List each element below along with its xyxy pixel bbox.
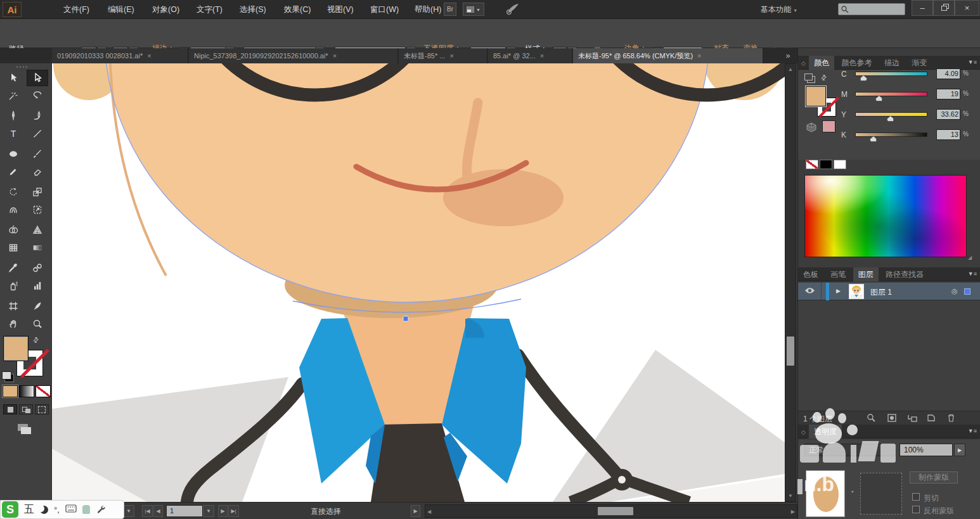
color-spectrum[interactable] bbox=[804, 175, 967, 257]
tab-color[interactable]: 颜色 bbox=[809, 56, 834, 70]
scroll-up-icon[interactable]: ▲ bbox=[785, 67, 796, 72]
vertical-scroll-thumb[interactable] bbox=[787, 336, 794, 366]
swap-colors-icon[interactable]: ⇄ bbox=[819, 73, 829, 83]
width-tool[interactable] bbox=[3, 202, 24, 218]
slider-k-thumb[interactable] bbox=[870, 136, 877, 142]
panel-collapse-icon[interactable]: ◇ bbox=[798, 429, 807, 435]
panel-menu-icon[interactable]: ▼≡ bbox=[968, 271, 977, 277]
out-of-gamut-cube-icon[interactable] bbox=[806, 122, 817, 135]
gradient-mode-button[interactable] bbox=[19, 385, 34, 397]
slider-k[interactable] bbox=[855, 132, 927, 137]
ime-wrench-icon[interactable] bbox=[96, 504, 105, 515]
artboard-number-input[interactable]: 1 bbox=[166, 505, 203, 517]
delete-layer-icon[interactable] bbox=[946, 413, 956, 425]
ime-punctuation-button[interactable]: °, bbox=[54, 505, 60, 515]
fill-color-box[interactable] bbox=[3, 336, 29, 361]
ime-toolbar[interactable]: S 五 °, bbox=[0, 500, 124, 519]
menu-object[interactable]: 对象(O) bbox=[145, 0, 187, 19]
tab-close-icon[interactable]: × bbox=[147, 52, 151, 60]
scroll-left-icon[interactable]: ◀ bbox=[427, 509, 431, 515]
eyedropper-tool[interactable] bbox=[3, 260, 24, 276]
new-sublayer-icon[interactable] bbox=[907, 413, 917, 425]
zoom-dropdown[interactable]: ▼ bbox=[123, 505, 134, 517]
slider-c[interactable] bbox=[855, 72, 927, 76]
ime-mode-button[interactable]: 五 bbox=[24, 503, 34, 516]
scroll-right-icon[interactable]: ▶ bbox=[791, 509, 795, 515]
pen-tool[interactable] bbox=[3, 108, 24, 124]
paintbrush-tool[interactable] bbox=[27, 146, 48, 162]
value-m[interactable]: 19 bbox=[936, 89, 960, 99]
vertical-scrollbar[interactable]: ▲ ▼ bbox=[785, 63, 796, 502]
mesh-tool[interactable] bbox=[3, 240, 24, 256]
slice-tool[interactable] bbox=[27, 298, 48, 314]
tab-color-guide[interactable]: 颜色参考 bbox=[837, 56, 877, 70]
menu-type[interactable]: 文字(T) bbox=[189, 0, 230, 19]
menu-select[interactable]: 选择(S) bbox=[232, 0, 274, 19]
tab-close-icon[interactable]: × bbox=[449, 52, 453, 60]
blend-mode-select[interactable]: 正常 bbox=[804, 444, 896, 456]
panel-drag-handle[interactable]: ▪▪▪▪ bbox=[16, 64, 29, 70]
document-tab[interactable]: 019092010333 0028031.ai*× bbox=[52, 48, 188, 63]
line-segment-tool[interactable] bbox=[27, 125, 48, 142]
ime-keyboard-icon[interactable] bbox=[65, 504, 77, 515]
lasso-tool[interactable] bbox=[27, 87, 48, 104]
swap-fill-stroke-icon[interactable]: ⇄ bbox=[31, 335, 41, 345]
curvature-pen-tool[interactable] bbox=[27, 108, 48, 124]
search-input[interactable] bbox=[838, 3, 905, 15]
layer-expand-arrow[interactable]: ▶ bbox=[836, 288, 841, 294]
slider-m[interactable] bbox=[855, 92, 927, 96]
menu-help[interactable]: 帮助(H) bbox=[407, 0, 449, 19]
tab-close-icon[interactable]: × bbox=[697, 52, 701, 60]
draw-normal-button[interactable] bbox=[3, 404, 17, 414]
magic-wand-tool[interactable] bbox=[3, 87, 24, 104]
first-artboard-icon[interactable]: |◀ bbox=[142, 505, 153, 517]
clipping-mask-icon[interactable] bbox=[887, 413, 897, 425]
blob-brush-tool[interactable] bbox=[27, 163, 48, 180]
horizontal-scroll-thumb[interactable] bbox=[598, 507, 633, 515]
mask-thumbnail-placeholder[interactable] bbox=[860, 473, 902, 515]
document-tab[interactable]: Nipic_537398_20190929202152610000.ai*× bbox=[189, 48, 398, 63]
selection-tool[interactable] bbox=[3, 70, 24, 86]
menu-edit[interactable]: 编辑(E) bbox=[100, 0, 142, 19]
artboard-canvas[interactable] bbox=[52, 63, 785, 502]
make-mask-button[interactable]: 制作蒙版 bbox=[910, 471, 958, 484]
transparency-opacity-input[interactable]: 100% bbox=[899, 444, 953, 456]
document-tab-active[interactable]: 未标题-95* @ 658.64% (CMYK/预览)× bbox=[573, 48, 763, 63]
tab-overflow-button[interactable]: » bbox=[778, 48, 797, 63]
next-artboard-icon[interactable]: ▶ bbox=[218, 505, 228, 517]
workspace-switcher[interactable]: 基本功能 ▼ bbox=[761, 0, 797, 19]
white-swatch[interactable] bbox=[834, 160, 846, 169]
object-thumbnail[interactable] bbox=[806, 470, 845, 517]
artboard-dropdown[interactable]: ▼ bbox=[203, 505, 214, 517]
document-tab[interactable]: 85.ai* @ 32...× bbox=[488, 48, 572, 63]
menu-window[interactable]: 窗口(W) bbox=[363, 0, 406, 19]
fill-stroke-indicator-icon[interactable] bbox=[804, 74, 813, 80]
visibility-eye-icon[interactable] bbox=[804, 286, 815, 297]
spectrum-resize-handle[interactable]: ◢ bbox=[968, 255, 972, 260]
type-tool[interactable]: T bbox=[3, 125, 24, 142]
status-expand-icon[interactable]: ▶ bbox=[411, 505, 420, 517]
panel-menu-icon[interactable]: ▼≡ bbox=[968, 59, 977, 65]
opacity-slider-button[interactable]: ▶ bbox=[954, 444, 965, 456]
artboard-tool[interactable] bbox=[3, 298, 24, 314]
draw-inside-button[interactable] bbox=[35, 404, 49, 414]
document-tab[interactable]: 未标题-85* ...× bbox=[399, 48, 487, 63]
value-c[interactable]: 4.09 bbox=[936, 68, 960, 79]
rotate-tool[interactable] bbox=[3, 184, 24, 200]
scale-tool[interactable] bbox=[27, 184, 48, 200]
symbol-sprayer-tool[interactable] bbox=[3, 278, 24, 294]
tab-transparency[interactable]: 透明度 bbox=[809, 425, 842, 439]
column-graph-tool[interactable] bbox=[27, 278, 48, 294]
cs-live-icon[interactable] bbox=[506, 3, 520, 17]
free-transform-tool[interactable] bbox=[27, 202, 48, 218]
layer-row[interactable]: ▶ 图层 1 ◎ bbox=[798, 283, 980, 300]
slider-m-thumb[interactable] bbox=[875, 96, 882, 101]
value-k[interactable]: 13 bbox=[936, 129, 960, 140]
locate-object-icon[interactable] bbox=[867, 413, 876, 425]
value-y[interactable]: 33.62 bbox=[936, 109, 960, 120]
perspective-grid-tool[interactable] bbox=[27, 222, 48, 238]
horizontal-scrollbar[interactable]: ◀ ▶ bbox=[425, 504, 797, 518]
default-fill-stroke-icon[interactable] bbox=[2, 371, 11, 380]
none-swatch[interactable] bbox=[806, 160, 818, 169]
gradient-tool[interactable] bbox=[27, 240, 48, 256]
